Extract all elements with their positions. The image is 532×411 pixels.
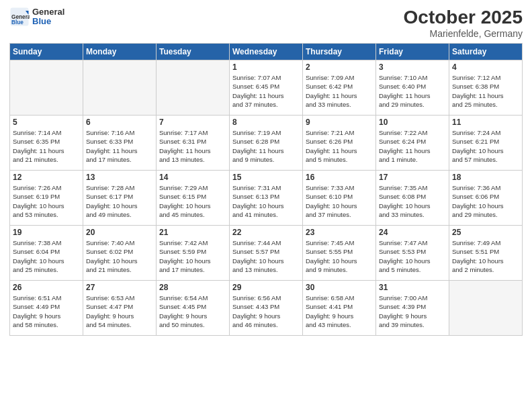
weekday-header-wednesday: Wednesday [230, 44, 303, 60]
day-number: 7 [159, 118, 226, 127]
weekday-header-saturday: Saturday [449, 44, 523, 60]
day-number: 6 [86, 118, 153, 127]
day-number: 11 [452, 118, 519, 127]
day-number: 13 [86, 173, 153, 182]
day-info: Sunrise: 6:58 AM Sunset: 4:41 PM Dayligh… [306, 293, 373, 329]
day-info: Sunrise: 7:29 AM Sunset: 6:15 PM Dayligh… [159, 183, 226, 219]
calendar-week-row: 1Sunrise: 7:07 AM Sunset: 6:45 PM Daylig… [10, 60, 523, 116]
day-info: Sunrise: 7:22 AM Sunset: 6:24 PM Dayligh… [379, 128, 446, 164]
calendar-cell: 4Sunrise: 7:12 AM Sunset: 6:38 PM Daylig… [449, 60, 523, 116]
day-info: Sunrise: 7:42 AM Sunset: 5:59 PM Dayligh… [159, 238, 226, 274]
weekday-header-friday: Friday [376, 44, 449, 60]
day-number: 26 [13, 283, 80, 292]
day-number: 3 [379, 62, 446, 72]
day-number: 8 [232, 118, 300, 127]
calendar-cell: 31Sunrise: 7:00 AM Sunset: 4:39 PM Dayli… [376, 281, 449, 336]
day-number: 1 [232, 62, 300, 72]
day-number: 16 [306, 173, 373, 182]
day-info: Sunrise: 7:31 AM Sunset: 6:13 PM Dayligh… [232, 183, 300, 219]
day-number: 30 [306, 283, 373, 292]
calendar-cell: 30Sunrise: 6:58 AM Sunset: 4:41 PM Dayli… [303, 281, 376, 336]
svg-text:Blue: Blue [11, 19, 24, 26]
calendar-week-row: 12Sunrise: 7:26 AM Sunset: 6:19 PM Dayli… [10, 171, 523, 226]
calendar-cell: 15Sunrise: 7:31 AM Sunset: 6:13 PM Dayli… [230, 171, 303, 226]
calendar-cell: 25Sunrise: 7:49 AM Sunset: 5:51 PM Dayli… [449, 226, 523, 281]
weekday-header-tuesday: Tuesday [157, 44, 230, 60]
day-number: 10 [379, 118, 446, 127]
calendar-cell: 27Sunrise: 6:53 AM Sunset: 4:47 PM Dayli… [83, 281, 157, 336]
day-number: 31 [379, 283, 446, 292]
day-info: Sunrise: 7:38 AM Sunset: 6:04 PM Dayligh… [13, 238, 80, 274]
calendar-cell: 13Sunrise: 7:28 AM Sunset: 6:17 PM Dayli… [83, 171, 157, 226]
logo-blue-text: Blue [32, 17, 64, 26]
day-info: Sunrise: 7:10 AM Sunset: 6:40 PM Dayligh… [379, 73, 446, 109]
header: General Blue General Blue October 2025 M… [9, 7, 523, 39]
day-info: Sunrise: 7:36 AM Sunset: 6:06 PM Dayligh… [452, 183, 519, 219]
calendar-week-row: 19Sunrise: 7:38 AM Sunset: 6:04 PM Dayli… [10, 226, 523, 281]
page-container: General Blue General Blue October 2025 M… [0, 0, 532, 411]
calendar-cell: 19Sunrise: 7:38 AM Sunset: 6:04 PM Dayli… [10, 226, 83, 281]
day-number: 12 [13, 173, 80, 182]
calendar-cell: 10Sunrise: 7:22 AM Sunset: 6:24 PM Dayli… [376, 116, 449, 171]
calendar-cell: 12Sunrise: 7:26 AM Sunset: 6:19 PM Dayli… [10, 171, 83, 226]
day-number: 24 [379, 228, 446, 237]
location: Marienfelde, Germany [404, 28, 523, 39]
day-info: Sunrise: 7:21 AM Sunset: 6:26 PM Dayligh… [306, 128, 373, 164]
title-block: October 2025 Marienfelde, Germany [404, 7, 523, 39]
calendar-cell: 24Sunrise: 7:47 AM Sunset: 5:53 PM Dayli… [376, 226, 449, 281]
day-number: 14 [159, 173, 226, 182]
day-number: 18 [452, 173, 519, 182]
calendar-cell: 16Sunrise: 7:33 AM Sunset: 6:10 PM Dayli… [303, 171, 376, 226]
calendar-cell [10, 60, 83, 116]
logo-text: General Blue [32, 7, 64, 27]
day-info: Sunrise: 7:07 AM Sunset: 6:45 PM Dayligh… [232, 73, 300, 109]
day-info: Sunrise: 6:54 AM Sunset: 4:45 PM Dayligh… [159, 293, 226, 329]
day-number: 15 [232, 173, 300, 182]
day-info: Sunrise: 7:16 AM Sunset: 6:33 PM Dayligh… [86, 128, 153, 164]
calendar-cell: 29Sunrise: 6:56 AM Sunset: 4:43 PM Dayli… [230, 281, 303, 336]
day-info: Sunrise: 7:12 AM Sunset: 6:38 PM Dayligh… [452, 73, 519, 109]
calendar-cell: 18Sunrise: 7:36 AM Sunset: 6:06 PM Dayli… [449, 171, 523, 226]
day-info: Sunrise: 7:26 AM Sunset: 6:19 PM Dayligh… [13, 183, 80, 219]
calendar-table: SundayMondayTuesdayWednesdayThursdayFrid… [9, 43, 523, 336]
logo-icon: General Blue [9, 7, 30, 27]
day-info: Sunrise: 7:09 AM Sunset: 6:42 PM Dayligh… [306, 73, 373, 109]
weekday-header-row: SundayMondayTuesdayWednesdayThursdayFrid… [10, 44, 523, 60]
day-number: 19 [13, 228, 80, 237]
day-number: 23 [306, 228, 373, 237]
weekday-header-thursday: Thursday [303, 44, 376, 60]
calendar-cell: 21Sunrise: 7:42 AM Sunset: 5:59 PM Dayli… [157, 226, 230, 281]
day-info: Sunrise: 7:44 AM Sunset: 5:57 PM Dayligh… [232, 238, 300, 274]
day-info: Sunrise: 7:40 AM Sunset: 6:02 PM Dayligh… [86, 238, 153, 274]
day-info: Sunrise: 7:49 AM Sunset: 5:51 PM Dayligh… [452, 238, 519, 274]
logo: General Blue General Blue [9, 7, 64, 27]
calendar-cell: 2Sunrise: 7:09 AM Sunset: 6:42 PM Daylig… [303, 60, 376, 116]
calendar-cell [449, 281, 523, 336]
day-info: Sunrise: 7:14 AM Sunset: 6:35 PM Dayligh… [13, 128, 80, 164]
weekday-header-monday: Monday [83, 44, 157, 60]
day-number: 21 [159, 228, 226, 237]
day-info: Sunrise: 7:33 AM Sunset: 6:10 PM Dayligh… [306, 183, 373, 219]
day-info: Sunrise: 6:56 AM Sunset: 4:43 PM Dayligh… [232, 293, 300, 329]
calendar-cell: 8Sunrise: 7:19 AM Sunset: 6:28 PM Daylig… [230, 116, 303, 171]
day-info: Sunrise: 7:24 AM Sunset: 6:21 PM Dayligh… [452, 128, 519, 164]
calendar-cell: 26Sunrise: 6:51 AM Sunset: 4:49 PM Dayli… [10, 281, 83, 336]
month-title: October 2025 [404, 7, 523, 28]
calendar-cell: 28Sunrise: 6:54 AM Sunset: 4:45 PM Dayli… [157, 281, 230, 336]
calendar-cell: 3Sunrise: 7:10 AM Sunset: 6:40 PM Daylig… [376, 60, 449, 116]
calendar-cell: 23Sunrise: 7:45 AM Sunset: 5:55 PM Dayli… [303, 226, 376, 281]
calendar-cell: 22Sunrise: 7:44 AM Sunset: 5:57 PM Dayli… [230, 226, 303, 281]
calendar-cell: 5Sunrise: 7:14 AM Sunset: 6:35 PM Daylig… [10, 116, 83, 171]
day-number: 17 [379, 173, 446, 182]
calendar-cell: 14Sunrise: 7:29 AM Sunset: 6:15 PM Dayli… [157, 171, 230, 226]
calendar-week-row: 5Sunrise: 7:14 AM Sunset: 6:35 PM Daylig… [10, 116, 523, 171]
day-info: Sunrise: 7:00 AM Sunset: 4:39 PM Dayligh… [379, 293, 446, 329]
day-info: Sunrise: 7:45 AM Sunset: 5:55 PM Dayligh… [306, 238, 373, 274]
day-number: 2 [306, 62, 373, 72]
logo-general-text: General [32, 7, 64, 17]
calendar-cell: 6Sunrise: 7:16 AM Sunset: 6:33 PM Daylig… [83, 116, 157, 171]
calendar-cell: 11Sunrise: 7:24 AM Sunset: 6:21 PM Dayli… [449, 116, 523, 171]
day-number: 9 [306, 118, 373, 127]
day-number: 20 [86, 228, 153, 237]
day-info: Sunrise: 6:53 AM Sunset: 4:47 PM Dayligh… [86, 293, 153, 329]
